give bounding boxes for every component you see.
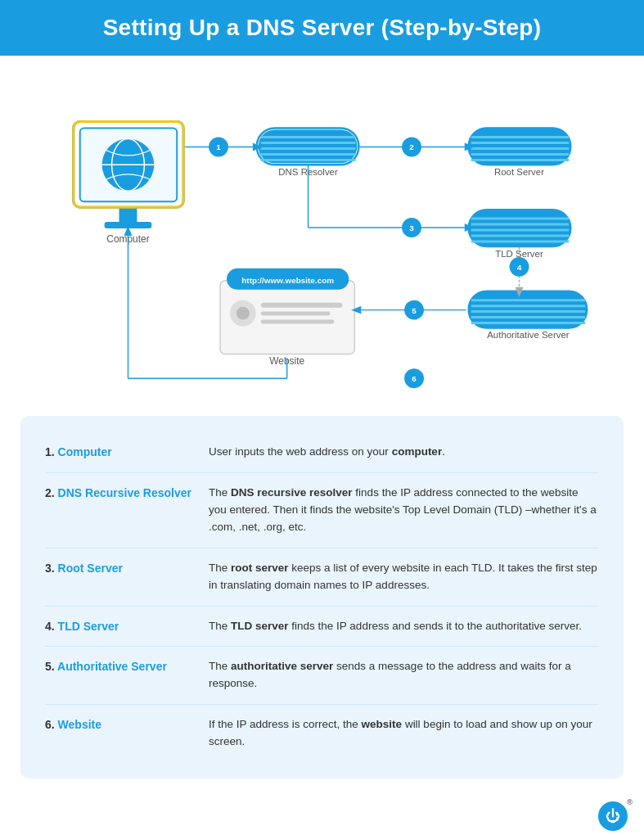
root-server-label: Root Server <box>494 167 544 177</box>
info-desc-4: The TLD server finds the IP address and … <box>209 618 599 635</box>
info-row-1: 1. Computer User inputs the web address … <box>45 432 599 473</box>
info-label-3: 3. Root Server <box>45 560 209 575</box>
info-label-4: 4. TLD Server <box>45 618 209 633</box>
info-row-6: 6. Website If the IP address is correct,… <box>45 705 599 762</box>
info-desc-6: If the IP address is correct, the websit… <box>209 716 599 751</box>
info-label-5: 5. Authoritative Server <box>45 658 209 673</box>
info-desc-2: The DNS recursive resolver finds the IP … <box>209 485 599 536</box>
info-label-2: 2. DNS Recursive Resolver <box>45 485 209 499</box>
info-label-1: 1. Computer <box>45 444 209 458</box>
info-desc-5: The authoritative server sends a message… <box>209 658 599 693</box>
info-row-2: 2. DNS Recursive Resolver The DNS recurs… <box>45 473 599 548</box>
diagram-svg: Computer DNS Resolver Root Server TLD Se… <box>25 72 619 399</box>
brand-icon: ⏻ <box>598 801 628 831</box>
info-row-5: 5. Authoritative Server The authoritativ… <box>45 647 599 705</box>
info-desc-3: The root server keeps a list of every we… <box>209 560 599 594</box>
info-row-4: 4. TLD Server The TLD server finds the I… <box>45 607 599 648</box>
info-desc-1: User inputs the web address on your comp… <box>209 444 599 461</box>
svg-point-37 <box>236 307 250 320</box>
step4-circle: 4 <box>517 263 522 272</box>
info-row-3: 3. Root Server The root server keeps a l… <box>45 548 599 607</box>
step2-circle: 2 <box>409 142 414 151</box>
authoritative-server-label: Authoritative Server <box>487 330 570 340</box>
footer-brand: ⏻ <box>0 795 644 835</box>
step5-circle: 5 <box>412 306 417 315</box>
svg-rect-5 <box>119 207 137 222</box>
diagram-area: Computer DNS Resolver Root Server TLD Se… <box>0 56 644 408</box>
svg-rect-39 <box>261 312 331 316</box>
svg-rect-38 <box>261 303 343 308</box>
svg-rect-40 <box>261 320 335 324</box>
page-title: Setting Up a DNS Server (Step-by-Step) <box>25 15 619 41</box>
step3-circle: 3 <box>409 223 414 232</box>
svg-rect-10 <box>259 130 358 164</box>
page-header: Setting Up a DNS Server (Step-by-Step) <box>0 0 644 56</box>
info-box: 1. Computer User inputs the web address … <box>20 416 624 779</box>
step1-circle: 1 <box>216 142 221 151</box>
url-label: http://www.website.com <box>241 276 334 285</box>
info-label-6: 6. Website <box>45 716 209 731</box>
step6-circle: 6 <box>412 374 417 383</box>
